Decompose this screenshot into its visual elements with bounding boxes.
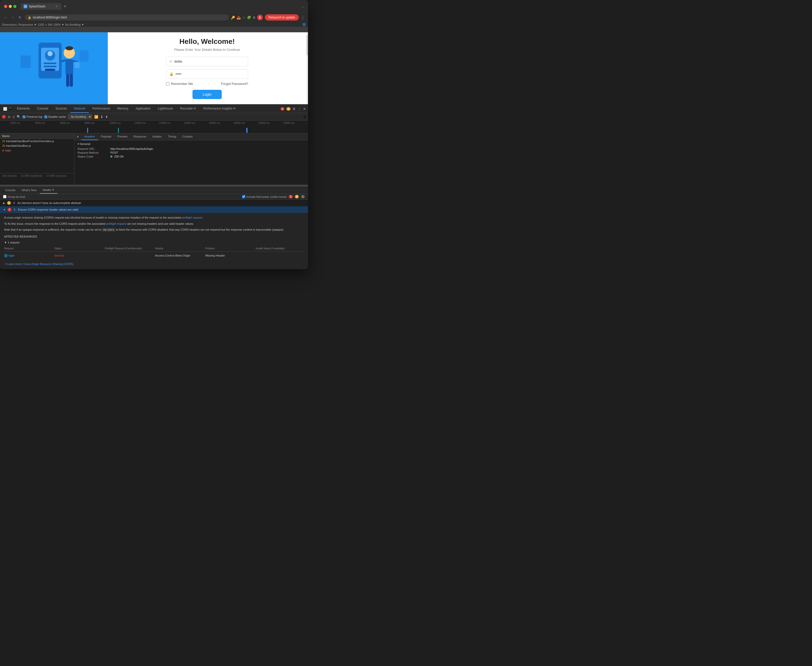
detail-close-button[interactable]: ✕ — [76, 135, 79, 138]
inspect-icon[interactable]: ⬜ — [3, 107, 7, 111]
detail-tab-initiator[interactable]: Initiator — [149, 134, 165, 140]
detail-tab-timing[interactable]: Timing — [165, 134, 179, 140]
refresh-button[interactable]: ↻ — [17, 15, 23, 20]
issue-row-cors[interactable]: ▼ ! ① Ensure CORS response header values… — [0, 206, 308, 213]
forward-button[interactable]: → — [10, 15, 15, 20]
timeline-label: 6000 ms — [60, 122, 85, 124]
preflight-link-2[interactable]: preflight request — [106, 222, 126, 225]
detail-tab-response[interactable]: Response — [130, 134, 149, 140]
settings-cog-icon[interactable]: ⚙ — [303, 115, 306, 119]
responsive-dimensions[interactable]: Dimensions: Responsive ▼ — [2, 23, 37, 26]
timeline-label: 16000 ms — [184, 122, 209, 124]
tab-performance[interactable]: Performance — [89, 105, 114, 113]
password-input[interactable]: 🔒 ••••• — [166, 69, 248, 79]
issues-close-button[interactable]: ✕ — [52, 188, 54, 192]
learn-more-link[interactable]: ↗ Learn more: Cross-Origin Resource Shar… — [4, 262, 73, 265]
tab-application[interactable]: Application — [132, 105, 154, 113]
settings-icon[interactable]: ⚙ — [253, 16, 256, 20]
third-party-checkbox[interactable] — [242, 195, 245, 198]
page-scrollbar[interactable] — [307, 32, 308, 104]
detail-tab-headers[interactable]: Headers — [81, 134, 98, 140]
back-button[interactable]: ← — [3, 15, 8, 20]
active-tab[interactable]: S SplashDash × — [21, 3, 62, 10]
throttle-control[interactable]: No throttling ▼ — [65, 23, 84, 26]
tab-console[interactable]: Console — [33, 105, 52, 113]
scrollbar-thumb[interactable] — [307, 35, 308, 55]
issue-title-2: Ensure CORS response header values are v… — [18, 208, 78, 211]
clear-button[interactable]: ⊘ — [8, 115, 10, 119]
tab-recorder[interactable]: Recorder ⟳ — [177, 105, 200, 113]
tab-elements[interactable]: Elements — [13, 105, 33, 113]
login-button[interactable]: Login — [193, 90, 222, 99]
issues-tab[interactable]: Issues ✕ — [40, 186, 58, 194]
affected-collapse[interactable]: ▼ 1 request — [4, 241, 304, 245]
name-column-header: Name — [2, 134, 10, 137]
filter-icon[interactable]: ⧖ — [13, 115, 15, 119]
remember-me-checkbox[interactable] — [166, 82, 169, 86]
extensions-icon[interactable]: 🧩 — [247, 16, 251, 20]
detail-tab-preview[interactable]: Preview — [114, 134, 130, 140]
console-tab[interactable]: Console — [2, 187, 18, 193]
request-list: Name JS translateSandboxFunctionOverride… — [0, 134, 74, 185]
browser-toolbar-icons: 🔑 📤 ☆ 🧩 ⚙ E — [231, 15, 263, 20]
bookmark-icon[interactable]: 📤 — [237, 16, 241, 20]
disable-cache-checkbox[interactable] — [45, 115, 47, 118]
request-name-1: translateSandboxFunctionOverrides.js — [6, 140, 54, 143]
dots-icon[interactable]: 🌀 — [302, 23, 306, 26]
affected-request-link[interactable]: 🌐 login — [4, 254, 52, 258]
request-item-login[interactable]: ⊗ login — [0, 148, 74, 153]
group-by-kind-checkbox[interactable] — [3, 195, 7, 198]
record-button[interactable] — [2, 115, 6, 119]
tab-sources[interactable]: Sources — [52, 105, 70, 113]
cors-issue-detail: A cross-origin resource sharing (CORS) r… — [0, 213, 308, 269]
tab-performance-insights[interactable]: Performance insights ⟳ — [200, 105, 239, 113]
close-devtools-icon[interactable]: ✕ — [303, 107, 306, 111]
network-toolbar: ⊘ ⧖ 🔍 Preserve log Disable cache No thro… — [0, 113, 308, 120]
email-input[interactable]: ✉ dsfds — [166, 57, 248, 66]
forgot-password-link[interactable]: Forgot Password? — [221, 82, 248, 86]
new-tab-button[interactable]: + — [64, 4, 66, 9]
tab-memory[interactable]: Memory — [114, 105, 132, 113]
export-icon[interactable]: ⬆ — [105, 115, 108, 119]
device-icon[interactable]: 📱 — [8, 107, 12, 111]
minimize-button[interactable] — [9, 5, 12, 8]
remember-me-label[interactable]: Remember Me — [166, 82, 193, 86]
extension-icon[interactable]: 🔑 — [231, 16, 235, 20]
search-icon[interactable]: 🔍 — [17, 115, 21, 119]
request-list-header: Name — [0, 134, 74, 139]
timeline-bar-2 — [118, 128, 119, 133]
group-by-kind-label[interactable]: Group by kind — [3, 195, 25, 198]
preserve-log-label[interactable]: Preserve log — [23, 115, 42, 118]
detail-tab-cookies[interactable]: Cookies — [179, 134, 196, 140]
request-item-2[interactable]: JS translateSandbox.js — [0, 143, 74, 148]
user-avatar[interactable]: E — [257, 15, 263, 20]
star-icon[interactable]: ☆ — [242, 16, 245, 20]
close-button[interactable] — [4, 5, 7, 8]
requests-count: 166 requests — [2, 175, 17, 177]
tab-network[interactable]: Network — [70, 105, 89, 113]
affected-title: AFFECTED RESOURCES — [4, 235, 304, 239]
settings-icon[interactable]: ⚙ — [292, 107, 295, 111]
svg-rect-5 — [44, 63, 56, 64]
relaunch-button[interactable]: Relaunch to update — [265, 14, 299, 20]
preserve-log-checkbox[interactable] — [23, 115, 25, 118]
traffic-lights — [4, 5, 17, 8]
throttle-select[interactable]: No throttling — [68, 114, 92, 119]
maximize-button[interactable] — [13, 5, 17, 8]
zoom-control[interactable]: 100% ▼ — [53, 23, 64, 26]
preflight-link-1[interactable]: preflight request — [182, 216, 202, 219]
disable-cache-label[interactable]: Disable cache — [45, 115, 66, 118]
tab-lighthouse[interactable]: Lighthouse — [154, 105, 177, 113]
third-party-label[interactable]: Include third-party cookie issues — [242, 195, 287, 198]
detail-tab-payload[interactable]: Payload — [98, 134, 114, 140]
import-icon[interactable]: ⬇ — [100, 115, 103, 119]
request-item-1[interactable]: JS translateSandboxFunctionOverrides.js — [0, 139, 74, 143]
more-icon[interactable]: ⋮ — [298, 107, 301, 111]
tab-close-button[interactable]: × — [54, 5, 58, 8]
wifi-icon[interactable]: 📶 — [94, 115, 98, 119]
more-options-icon[interactable]: ⋮ — [301, 15, 305, 20]
issue-row-autocomplete[interactable]: ▶ ! ① An element doesn't have an autocom… — [0, 199, 308, 206]
whats-new-tab[interactable]: What's New — [18, 187, 40, 193]
tab-menu-button[interactable]: ⌄ — [301, 5, 304, 8]
address-input[interactable]: 🔒 localhost:8080/login.html — [25, 14, 229, 20]
